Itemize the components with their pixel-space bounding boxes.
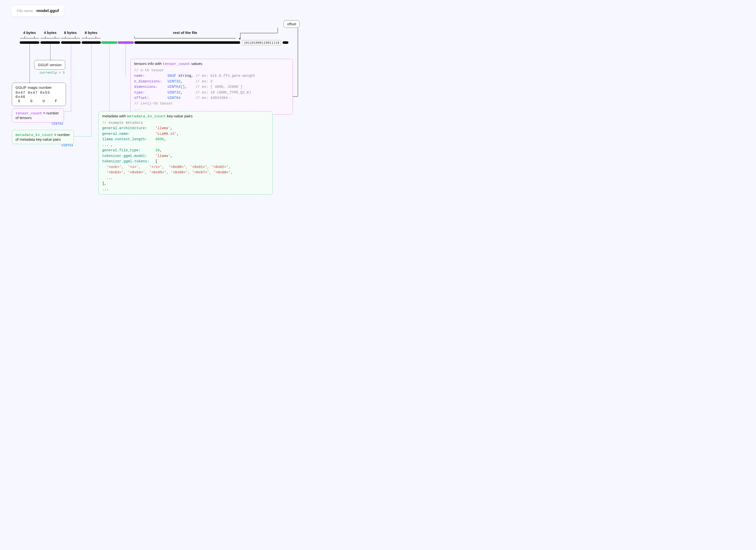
file-name-pill: File name model.gguf	[11, 5, 64, 16]
metadata-code: // example metadata general.architecture…	[102, 120, 269, 192]
box-version: GGUF version	[34, 60, 65, 70]
bar-tail	[283, 41, 288, 44]
ruler-seg3-label: 8 bytes	[61, 31, 80, 35]
offset-line-v1	[278, 28, 278, 33]
offset-binary-text: 101101000110011110	[244, 41, 279, 45]
offset-chip-text: offset	[287, 22, 296, 26]
box-kv-count: metadata_kv_count = number of metadata k…	[12, 130, 74, 144]
tensors-code: // n-th tensor name:GGUF string, // ex: …	[134, 68, 289, 112]
bar-metadata	[101, 41, 117, 44]
conn-kv-h	[73, 136, 91, 137]
ruler-seg4-label: 8 bytes	[81, 31, 101, 35]
tensor-count-var: tensor_count	[16, 111, 42, 116]
magic-letters: G G U F	[16, 99, 62, 103]
offset-chip: offset	[283, 20, 300, 28]
ruler-rest-label: rest of the file	[134, 31, 236, 35]
bar-version	[40, 41, 60, 44]
panel-tensors: tensors info with tensor_count values //…	[130, 59, 293, 115]
offset-line-h	[240, 33, 278, 33]
arrow-down-icon: ▾	[239, 37, 241, 40]
conn-kv-v	[91, 44, 92, 136]
box-magic: GGUF magic number 0x47 0x47 0x55 0x46 G …	[12, 83, 66, 106]
tensors-header: tensors info with tensor_count values	[134, 62, 289, 66]
ruler-rest: rest of the file	[134, 31, 236, 38]
ruler-seg1-label: 4 bytes	[20, 31, 39, 35]
magic-title: GGUF magic number	[16, 85, 62, 90]
bar-rest	[134, 41, 240, 44]
version-note: currently = 3	[40, 71, 64, 75]
version-title: GGUF version	[38, 63, 62, 67]
file-name-label: File name	[17, 9, 33, 13]
kv-count-var: metadata_kv_count	[16, 133, 53, 137]
magic-hex: 0x47 0x47 0x55 0x46	[16, 91, 62, 99]
metadata-header: metadata with metadata_kv_count key-valu…	[102, 114, 269, 119]
ruler-seg2-label: 4 bytes	[41, 31, 60, 35]
ruler-seg1: 4 bytes	[20, 31, 39, 38]
bar-tcount	[61, 41, 81, 44]
offset-binary: 101101000110011110	[242, 40, 281, 45]
bar-magic	[20, 41, 39, 44]
file-name-value: model.gguf	[36, 8, 59, 13]
panel-metadata: metadata with metadata_kv_count key-valu…	[98, 111, 273, 195]
offset-to-row-v	[298, 28, 298, 96]
bar-kvcount	[82, 41, 101, 44]
bar-tensors	[118, 41, 134, 44]
ruler-seg3: 8 bytes	[61, 31, 80, 38]
conn-metadata-v	[109, 44, 110, 113]
ruler-seg2: 4 bytes	[41, 31, 60, 38]
kv-count-type: UINT64	[62, 144, 73, 147]
box-tensor-count: tensor_count = number of tensors	[12, 108, 64, 123]
ruler-seg4: 8 bytes	[81, 31, 101, 38]
tensor-count-type: UINT64	[52, 122, 63, 126]
